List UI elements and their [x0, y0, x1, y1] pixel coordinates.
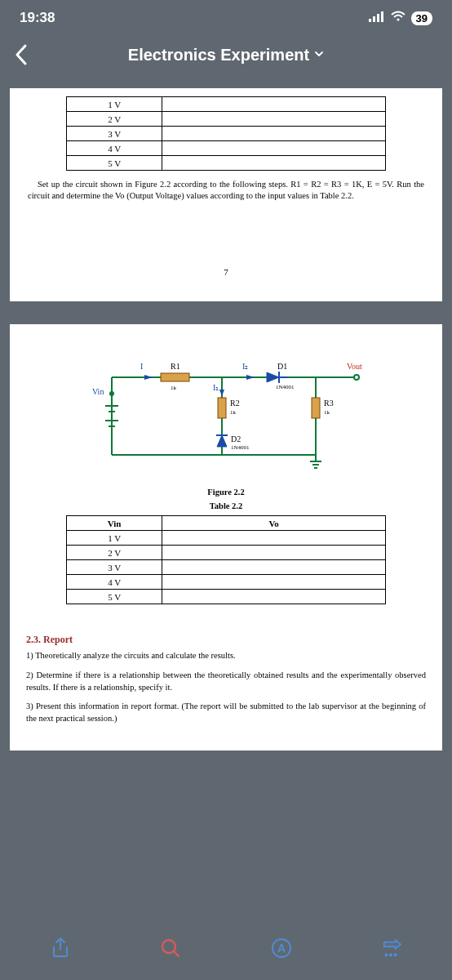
svg-text:1N4001: 1N4001	[276, 384, 295, 390]
report-heading: 2.3. Report	[26, 634, 426, 646]
table-header-vin: Vin	[67, 516, 162, 531]
table-row: 2 V	[67, 112, 162, 127]
document-page-1: 1 V 2 V 3 V 4 V 5 V Set up the circuit s…	[10, 88, 442, 301]
svg-rect-3	[381, 11, 383, 22]
svg-point-9	[110, 392, 113, 395]
svg-marker-25	[144, 375, 153, 380]
table-row: 5 V	[67, 156, 162, 171]
circuit-figure: Vin I R1 1k I₁ I₂ D1 1N4001 R2 1k R3 1k …	[63, 349, 389, 483]
table-header-vo: Vo	[162, 516, 386, 531]
battery-icon: 39	[411, 11, 432, 25]
report-item-1: 1) Theoretically analyze the circuits an…	[26, 649, 426, 662]
table-2-1-partial: 1 V 2 V 3 V 4 V 5 V	[66, 96, 386, 171]
svg-text:I: I	[140, 362, 143, 371]
svg-text:D1: D1	[277, 362, 287, 371]
table-row: 1 V	[67, 97, 162, 112]
svg-point-60	[395, 954, 397, 956]
table-caption: Table 2.2	[26, 501, 426, 510]
table-row: 4 V	[67, 141, 162, 156]
table-row: 2 V	[67, 546, 162, 560]
document-viewport[interactable]: 1 V 2 V 3 V 4 V 5 V Set up the circuit s…	[0, 82, 452, 923]
svg-point-4	[397, 18, 399, 20]
svg-text:R1: R1	[171, 362, 180, 371]
annotation-button[interactable]: A	[268, 935, 295, 961]
status-icons: 39	[369, 10, 432, 26]
svg-point-16	[354, 375, 359, 380]
status-bar: 19:38 39	[0, 0, 452, 36]
report-item-2: 2) Determine if there is a relationship …	[26, 669, 426, 693]
status-time: 19:38	[20, 10, 55, 26]
svg-text:1k: 1k	[171, 385, 177, 391]
svg-text:R3: R3	[324, 399, 334, 408]
svg-point-58	[386, 954, 388, 956]
app-header: Electronics Experiment	[0, 36, 452, 74]
table-row: 4 V	[67, 575, 162, 590]
svg-text:Vout: Vout	[347, 362, 362, 371]
svg-text:R2: R2	[230, 399, 240, 408]
markup-button[interactable]	[379, 935, 405, 961]
svg-text:D2: D2	[231, 434, 241, 443]
bottom-toolbar: A	[0, 924, 452, 980]
document-page-2: Vin I R1 1k I₁ I₂ D1 1N4001 R2 1k R3 1k …	[10, 324, 442, 751]
svg-text:1k: 1k	[324, 409, 330, 416]
svg-line-55	[174, 951, 179, 956]
svg-marker-23	[217, 435, 227, 447]
svg-rect-0	[369, 19, 371, 22]
share-button[interactable]	[47, 935, 73, 961]
svg-text:I₂: I₂	[242, 362, 248, 371]
figure-caption: Figure 2.2	[26, 488, 426, 497]
svg-rect-2	[377, 14, 379, 22]
search-button[interactable]	[157, 935, 184, 961]
wifi-icon	[390, 10, 406, 26]
table-row: 3 V	[67, 127, 162, 141]
table-2-2: Vin Vo 1 V 2 V 3 V 4 V 5 V	[66, 515, 386, 604]
instruction-text: Set up the circuit shown in Figure 2.2 a…	[28, 179, 424, 202]
svg-rect-1	[373, 16, 375, 22]
svg-point-59	[390, 954, 392, 956]
table-row: 3 V	[67, 560, 162, 575]
page-title: Electronics Experiment	[128, 46, 309, 65]
title-dropdown[interactable]: Electronics Experiment	[36, 46, 416, 65]
table-row: 5 V	[67, 590, 162, 604]
svg-text:A: A	[277, 942, 286, 955]
signal-icon	[369, 10, 385, 26]
svg-rect-18	[218, 398, 226, 418]
svg-marker-27	[219, 390, 224, 396]
svg-text:1k: 1k	[230, 409, 237, 416]
battery-level: 39	[416, 12, 428, 24]
svg-rect-17	[161, 373, 189, 381]
svg-text:Vin: Vin	[92, 387, 104, 396]
report-item-3: 3) Present this information in report fo…	[26, 700, 426, 724]
page-number: 7	[26, 267, 426, 277]
svg-rect-19	[312, 398, 320, 418]
svg-text:1N4001: 1N4001	[231, 444, 250, 451]
svg-text:I₁: I₁	[213, 383, 219, 392]
back-button[interactable]	[7, 43, 36, 66]
table-row: 1 V	[67, 531, 162, 546]
svg-marker-26	[246, 375, 255, 380]
chevron-down-icon	[314, 47, 324, 62]
svg-marker-20	[267, 372, 279, 382]
